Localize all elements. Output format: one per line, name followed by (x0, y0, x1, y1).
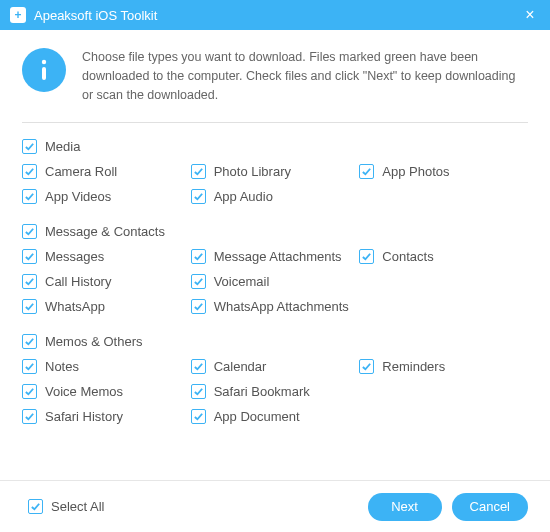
checkbox-label: Contacts (382, 249, 433, 264)
divider (22, 122, 528, 123)
checkbox-icon (22, 189, 37, 204)
checkbox-app-audio[interactable]: App Audio (191, 187, 360, 206)
checkbox-label: Messages (45, 249, 104, 264)
checkbox-whatsapp[interactable]: WhatsApp (22, 297, 191, 316)
cancel-button[interactable]: Cancel (452, 493, 528, 521)
checkbox-icon (22, 299, 37, 314)
checkbox-icon (191, 299, 206, 314)
close-icon[interactable]: × (520, 5, 540, 25)
checkbox-icon (28, 499, 43, 514)
select-all-checkbox[interactable]: Select All (28, 497, 358, 516)
checkbox-icon (191, 189, 206, 204)
checkbox-contacts[interactable]: Contacts (359, 247, 528, 266)
checkbox-label: App Document (214, 409, 300, 424)
checkbox-label: App Photos (382, 164, 449, 179)
checkbox-icon (191, 164, 206, 179)
checkbox-photo-library[interactable]: Photo Library (191, 162, 360, 181)
items-grid: Camera RollPhoto LibraryApp PhotosApp Vi… (22, 162, 528, 206)
checkbox-message-attachments[interactable]: Message Attachments (191, 247, 360, 266)
checkbox-icon (22, 409, 37, 424)
group-header-checkbox[interactable]: Memos & Others (22, 332, 528, 351)
checkbox-icon (191, 384, 206, 399)
checkbox-icon (359, 164, 374, 179)
checkbox-safari-history[interactable]: Safari History (22, 407, 191, 426)
checkbox-icon (191, 249, 206, 264)
grid-spacer (359, 272, 528, 291)
checkbox-label: Voicemail (214, 274, 270, 289)
titlebar: + Apeaksoft iOS Toolkit × (0, 0, 550, 30)
checkbox-messages[interactable]: Messages (22, 247, 191, 266)
checkbox-label: WhatsApp Attachments (214, 299, 349, 314)
checkbox-icon (22, 164, 37, 179)
file-type-groups: MediaCamera RollPhoto LibraryApp PhotosA… (22, 137, 528, 426)
checkbox-label: Camera Roll (45, 164, 117, 179)
select-all-row: Select All (28, 497, 358, 516)
checkbox-icon (359, 249, 374, 264)
checkbox-label: Message Attachments (214, 249, 342, 264)
checkbox-icon (191, 359, 206, 374)
checkbox-label: App Videos (45, 189, 111, 204)
checkbox-icon (191, 274, 206, 289)
checkbox-icon (22, 384, 37, 399)
group-header-label: Message & Contacts (45, 224, 165, 239)
info-icon (22, 48, 66, 92)
checkbox-icon (191, 409, 206, 424)
group-header-checkbox[interactable]: Media (22, 137, 528, 156)
group-header-label: Memos & Others (45, 334, 143, 349)
checkbox-icon (359, 359, 374, 374)
checkbox-app-videos[interactable]: App Videos (22, 187, 191, 206)
select-all-label: Select All (51, 499, 104, 514)
group-message-contacts: Message & ContactsMessagesMessage Attach… (22, 222, 528, 316)
group-header-label: Media (45, 139, 80, 154)
checkbox-label: Voice Memos (45, 384, 123, 399)
checkbox-label: Call History (45, 274, 111, 289)
checkbox-label: Reminders (382, 359, 445, 374)
checkbox-safari-bookmark[interactable]: Safari Bookmark (191, 382, 360, 401)
checkbox-notes[interactable]: Notes (22, 357, 191, 376)
app-title: Apeaksoft iOS Toolkit (34, 8, 520, 23)
app-icon: + (10, 7, 26, 23)
content-area: Choose file types you want to download. … (0, 30, 550, 480)
info-text: Choose file types you want to download. … (82, 48, 528, 104)
items-grid: MessagesMessage AttachmentsContactsCall … (22, 247, 528, 316)
checkbox-calendar[interactable]: Calendar (191, 357, 360, 376)
checkbox-reminders[interactable]: Reminders (359, 357, 528, 376)
checkbox-whatsapp-attachments[interactable]: WhatsApp Attachments (191, 297, 360, 316)
items-grid: NotesCalendarRemindersVoice MemosSafari … (22, 357, 528, 426)
checkbox-label: Notes (45, 359, 79, 374)
checkbox-icon (22, 249, 37, 264)
group-memos-others: Memos & OthersNotesCalendarRemindersVoic… (22, 332, 528, 426)
checkbox-label: App Audio (214, 189, 273, 204)
checkbox-voicemail[interactable]: Voicemail (191, 272, 360, 291)
checkbox-label: Safari History (45, 409, 123, 424)
grid-spacer (359, 382, 528, 401)
checkbox-label: Calendar (214, 359, 267, 374)
checkbox-voice-memos[interactable]: Voice Memos (22, 382, 191, 401)
checkbox-icon (22, 334, 37, 349)
checkbox-icon (22, 139, 37, 154)
checkbox-label: WhatsApp (45, 299, 105, 314)
info-row: Choose file types you want to download. … (22, 30, 528, 122)
svg-point-0 (42, 60, 46, 64)
next-button[interactable]: Next (368, 493, 442, 521)
checkbox-icon (22, 359, 37, 374)
checkbox-app-document[interactable]: App Document (191, 407, 360, 426)
checkbox-app-photos[interactable]: App Photos (359, 162, 528, 181)
checkbox-label: Photo Library (214, 164, 291, 179)
footer: Select All Next Cancel (0, 480, 550, 532)
checkbox-icon (22, 274, 37, 289)
group-header-checkbox[interactable]: Message & Contacts (22, 222, 528, 241)
checkbox-label: Safari Bookmark (214, 384, 310, 399)
svg-rect-1 (42, 67, 46, 80)
checkbox-icon (22, 224, 37, 239)
group-media: MediaCamera RollPhoto LibraryApp PhotosA… (22, 137, 528, 206)
checkbox-call-history[interactable]: Call History (22, 272, 191, 291)
checkbox-camera-roll[interactable]: Camera Roll (22, 162, 191, 181)
